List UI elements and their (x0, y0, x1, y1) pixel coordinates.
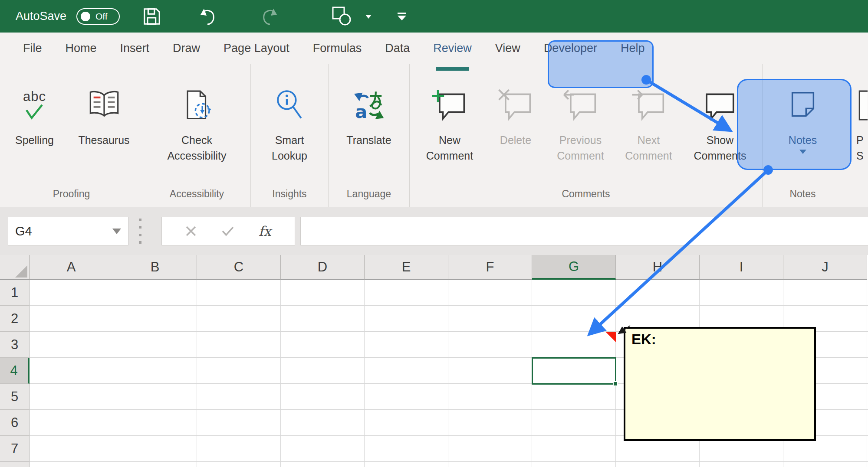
previous-comment-icon (563, 84, 598, 127)
screen-clipping-icon[interactable] (332, 0, 352, 33)
protect-sheet-partial-icon (856, 84, 868, 127)
translate-button[interactable]: a Translate (336, 84, 401, 148)
column-header-h[interactable]: H (616, 255, 700, 280)
column-header-i[interactable]: I (700, 255, 783, 280)
row-header-3[interactable]: 3 (0, 332, 30, 358)
tab-formulas[interactable]: Formulas (301, 33, 374, 64)
tab-file[interactable]: File (11, 33, 54, 64)
customize-quick-access-toolbar-icon[interactable] (396, 0, 408, 33)
smart-lookup-button[interactable]: SmartLookup (259, 84, 320, 163)
column-headers: A B C D E F G H I J (30, 255, 867, 280)
thesaurus-icon (87, 84, 121, 127)
row-headers: 1 2 3 4 5 6 7 (0, 280, 30, 467)
column-header-g-selected[interactable]: G (532, 255, 616, 280)
row-header-2[interactable]: 2 (0, 306, 30, 332)
protect-sheet-partial-button[interactable]: PS (856, 84, 868, 163)
tab-insert[interactable]: Insert (108, 33, 161, 64)
notes-button-highlight (737, 79, 852, 170)
name-box[interactable]: G4 (8, 217, 128, 245)
name-box-value: G4 (15, 224, 32, 238)
excel-window: AutoSave Off File Home Insert Draw Page … (0, 0, 868, 467)
ribbon-tab-bar: File Home Insert Draw Page Layout Formul… (0, 33, 868, 64)
formula-bar-resize-handle[interactable] (139, 219, 141, 244)
tab-data[interactable]: Data (373, 33, 421, 64)
column-header-d[interactable]: D (281, 255, 365, 280)
formula-bar-row: G4 fx (0, 207, 868, 255)
check-accessibility-button[interactable]: CheckAccessibility (154, 84, 240, 163)
group-label-proofing: Proofing (0, 185, 143, 207)
select-all-triangle-icon (15, 265, 27, 278)
review-tab-highlight (548, 40, 654, 88)
group-label-insights: Insights (251, 185, 328, 207)
delete-comment-button[interactable]: Delete (485, 84, 546, 148)
group-label-comments: Comments (410, 185, 762, 207)
spelling-button[interactable]: abc Spelling (4, 84, 65, 148)
column-header-a[interactable]: A (30, 255, 113, 280)
delete-comment-icon (498, 84, 533, 127)
group-accessibility: CheckAccessibility Accessibility (143, 64, 251, 207)
formula-input[interactable] (300, 217, 868, 245)
formula-buttons: fx (161, 217, 295, 245)
column-header-e[interactable]: E (365, 255, 448, 280)
previous-comment-button[interactable]: PreviousComment (547, 84, 614, 163)
tab-draw[interactable]: Draw (161, 33, 212, 64)
redo-icon[interactable] (260, 0, 281, 33)
group-label-notes: Notes (763, 185, 843, 207)
group-label-language: Language (329, 185, 409, 207)
row-header-7[interactable]: 7 (0, 436, 30, 462)
select-all-corner[interactable] (0, 255, 30, 280)
group-proofing: abc Spelling Thesaurus Proofing (0, 64, 143, 207)
cancel-icon[interactable] (185, 225, 197, 237)
enter-icon[interactable] (221, 226, 234, 236)
title-bar: AutoSave Off (0, 0, 868, 33)
save-icon[interactable] (141, 0, 162, 33)
undo-icon[interactable] (196, 0, 217, 33)
next-comment-icon (631, 84, 667, 127)
row-header-5[interactable]: 5 (0, 384, 30, 410)
tab-home[interactable]: Home (54, 33, 108, 64)
translate-icon: a (352, 84, 386, 127)
row-header-1[interactable]: 1 (0, 280, 30, 306)
row-header-8-partial[interactable] (0, 462, 30, 467)
cell-note[interactable]: EK: (624, 327, 816, 441)
cell-note-text: EK: (631, 331, 656, 347)
check-accessibility-icon (180, 84, 214, 127)
row-header-4-selected[interactable]: 4 (0, 358, 30, 384)
group-label-accessibility: Accessibility (143, 185, 250, 207)
smart-lookup-icon (273, 84, 306, 127)
name-box-dropdown-icon[interactable] (112, 229, 121, 234)
selected-cell-g4[interactable] (532, 357, 616, 385)
show-comments-icon (702, 84, 738, 127)
tab-review[interactable]: Review (421, 33, 483, 64)
tab-view[interactable]: View (483, 33, 532, 64)
autosave-state-label: Off (95, 11, 108, 22)
tab-page-layout[interactable]: Page Layout (212, 33, 301, 64)
column-header-b[interactable]: B (113, 255, 197, 280)
svg-text:a: a (355, 101, 367, 122)
column-header-f[interactable]: F (448, 255, 532, 280)
autosave-toggle[interactable]: Off (76, 8, 120, 25)
autosave-label: AutoSave (16, 0, 66, 33)
insert-function-icon[interactable]: fx (259, 223, 271, 239)
screen-clipping-dropdown-icon[interactable] (365, 0, 372, 33)
row-header-6[interactable]: 6 (0, 410, 30, 436)
fill-handle[interactable] (613, 381, 618, 386)
next-comment-button[interactable]: NextComment (615, 84, 682, 163)
spelling-icon: abc (23, 84, 46, 127)
new-comment-icon (432, 84, 467, 127)
autosave-toggle-knob (81, 12, 90, 21)
column-header-c[interactable]: C (197, 255, 281, 280)
group-language: a Translate Language (329, 64, 410, 207)
thesaurus-button[interactable]: Thesaurus (69, 84, 139, 148)
group-insights: SmartLookup Insights (251, 64, 329, 207)
new-comment-button[interactable]: NewComment (415, 84, 484, 163)
column-header-j[interactable]: J (783, 255, 867, 280)
active-tab-underline (436, 67, 469, 71)
